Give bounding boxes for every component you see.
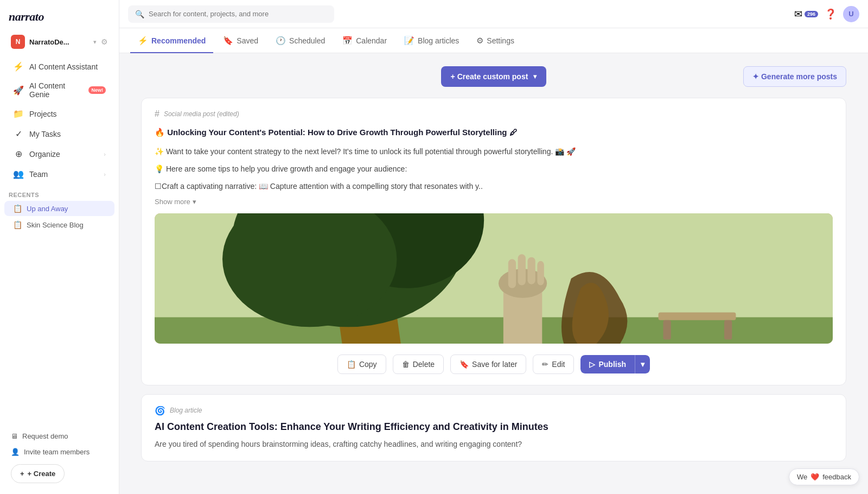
feedback-bar[interactable]: We ❤️ feedback [789,468,859,485]
recent-item-skin-science-blog[interactable]: 📋 Skin Science Blog [4,217,114,232]
delete-button[interactable]: 🗑 Delete [393,354,444,374]
search-icon: 🔍 [135,10,144,18]
tasks-icon: ✓ [13,129,24,139]
tab-blog-articles[interactable]: 📝 Blog articles [397,28,467,53]
invite-team-label: Invite team members [24,448,90,456]
ai-genie-icon: 🚀 [13,85,24,96]
workspace-selector[interactable]: N NarratoDe... ▾ ⚙ [4,31,114,52]
edit-label: Edit [552,360,565,369]
svg-rect-8 [663,320,671,339]
copy-button[interactable]: 📋 Copy [337,354,386,374]
save-for-later-button[interactable]: 🔖 Save for later [450,354,526,374]
save-icon: 🔖 [459,360,469,369]
sidebar-item-ai-content-genie[interactable]: 🚀 AI Content Genie New! [4,77,114,103]
skin-science-icon: 📋 [13,220,22,229]
nav-label-tasks: My Tasks [29,130,61,138]
sidebar-item-my-tasks[interactable]: ✓ My Tasks [4,124,114,143]
blog-article-card: 🌀 Blog article AI Content Creation Tools… [141,394,846,461]
recent-item-up-and-away[interactable]: 📋 Up and Away [4,201,114,216]
help-icon[interactable]: ❓ [825,8,837,20]
main-panel: 🔍 ✉ 296 ❓ U ⚡ Recommended 🔖 Saved 🕐 Sche… [119,0,868,494]
workspace-name: NarratoDe... [29,38,89,46]
tab-saved[interactable]: 🔖 Saved [215,28,266,53]
tab-blog-articles-label: Blog articles [418,36,459,45]
tab-calendar-label: Calendar [356,36,387,45]
app-logo: narrato [0,0,119,31]
show-more-chevron-icon: ▾ [193,198,196,206]
hashtag-icon: # [155,109,159,119]
post-subtitle: ✨ Want to take your content strategy to … [155,145,833,157]
tab-scheduled-label: Scheduled [289,36,325,45]
svg-rect-14 [518,254,526,285]
invite-team-icon: 👤 [11,448,20,456]
create-post-label: + Create custom post [451,72,528,81]
publish-button[interactable]: ▷ Publish [580,355,635,373]
post-type-label: Social media post (edited) [164,110,239,118]
workspace-avatar: N [11,35,25,49]
create-button[interactable]: + + Create [11,464,65,483]
topbar-icons: ✉ 296 ❓ U [794,6,859,22]
content-area: + Create custom post ▾ ✦ Generate more p… [119,53,868,494]
settings-tab-icon: ⚙ [476,36,483,46]
sidebar-item-ai-content-assistant[interactable]: ⚡ AI Content Assistant [4,57,114,76]
search-box[interactable]: 🔍 [128,5,334,23]
nav-label-ai-genie: AI Content Genie [29,81,81,99]
mail-badge: 296 [805,11,818,17]
feedback-text: feedback [822,473,851,481]
recent-label-up-and-away: Up and Away [27,205,68,213]
publish-dropdown-button[interactable]: ▾ [635,355,650,373]
organize-icon: ⊕ [13,149,24,159]
tab-settings[interactable]: ⚙ Settings [469,28,522,53]
show-more-label: Show more [155,198,190,206]
tab-recommended-label: Recommended [151,36,206,45]
publish-dropdown-icon: ▾ [641,360,644,369]
sidebar-item-projects[interactable]: 📁 Projects [4,104,114,123]
show-more-button[interactable]: Show more ▾ [155,198,196,206]
saved-tab-icon: 🔖 [223,36,233,46]
blog-articles-tab-icon: 📝 [404,36,414,46]
tab-calendar[interactable]: 📅 Calendar [335,28,394,53]
publish-group: ▷ Publish ▾ [580,355,650,373]
new-badge: New! [88,86,106,94]
svg-rect-15 [528,257,535,284]
blog-title: AI Content Creation Tools: Enhance Your … [155,421,833,433]
tab-scheduled[interactable]: 🕐 Scheduled [268,28,333,53]
calendar-tab-icon: 📅 [342,36,353,46]
workspace-gear-icon[interactable]: ⚙ [101,37,108,46]
sidebar-item-organize[interactable]: ⊕ Organize › [4,144,114,163]
up-and-away-icon: 📋 [13,204,22,213]
invite-team-link[interactable]: 👤 Invite team members [4,444,114,460]
topbar: 🔍 ✉ 296 ❓ U [119,0,868,28]
blog-icon: 🌀 [155,406,165,416]
nav-label-organize: Organize [29,150,60,159]
workspace-chevron-icon: ▾ [93,39,97,46]
svg-rect-7 [659,312,736,320]
nav-label-team: Team [29,170,48,179]
ai-assistant-icon: ⚡ [13,61,24,72]
search-input[interactable] [149,10,327,18]
svg-rect-9 [724,320,732,339]
mail-button[interactable]: ✉ 296 [794,8,818,20]
post-image [155,213,833,344]
post-actions: 📋 Copy 🗑 Delete 🔖 Save for later ✏ Edit [155,354,833,374]
post-title: 🔥 Unlocking Your Content's Potential: Ho… [155,126,833,139]
post-type-row: # Social media post (edited) [155,109,833,119]
blog-type-label: Blog article [170,407,202,414]
team-chevron-icon: › [104,171,106,178]
tab-recommended[interactable]: ⚡ Recommended [130,28,213,53]
recent-label-skin-science: Skin Science Blog [27,221,84,229]
blog-excerpt: Are you tired of spending hours brainsto… [155,438,833,450]
blog-type-row: 🌀 Blog article [155,406,833,416]
sidebar-item-team[interactable]: 👥 Team › [4,164,114,183]
edit-icon: ✏ [542,360,548,369]
create-custom-post-button[interactable]: + Create custom post ▾ [441,66,547,87]
request-demo-link[interactable]: 🖥 Request demo [4,428,114,444]
request-demo-label: Request demo [22,432,68,440]
generate-more-posts-button[interactable]: ✦ Generate more posts [743,66,846,87]
edit-button[interactable]: ✏ Edit [533,354,574,374]
delete-icon: 🗑 [402,360,410,369]
tab-settings-label: Settings [487,36,514,45]
create-plus-icon: + [20,470,24,478]
user-avatar[interactable]: U [843,6,859,22]
create-label: + Create [28,470,56,478]
